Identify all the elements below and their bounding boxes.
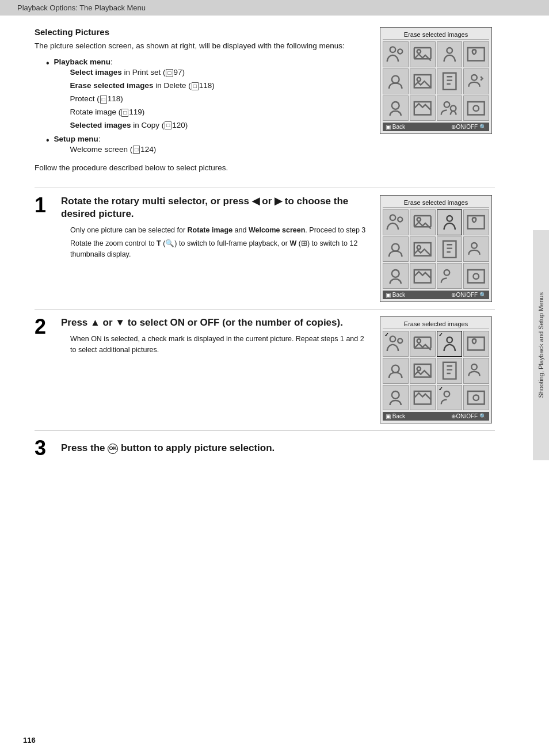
svg-point-8 xyxy=(392,102,399,109)
divider-1 xyxy=(35,309,495,310)
step-1-image: Erase selected images xyxy=(380,195,495,302)
svg-point-1 xyxy=(398,49,402,54)
playback-subitems: Select images in Print set (□97) Erase s… xyxy=(70,66,215,132)
svg-point-13 xyxy=(398,217,402,222)
svg-point-28 xyxy=(392,365,399,373)
screen-bottom-left-top: ▣ Back xyxy=(386,124,405,130)
ref-118a: □ xyxy=(192,82,199,90)
screen-bottom-left-step1: ▣ Back xyxy=(386,292,405,298)
thumb-5 xyxy=(383,68,409,94)
svg-point-6 xyxy=(417,78,421,81)
step-3-row: 3 Press the OK button to apply picture s… xyxy=(35,438,495,459)
thumb-1 xyxy=(383,41,409,67)
screen-bottom-bar-top: ▣ Back ⊕ON/OFF 🔍 xyxy=(383,123,489,131)
bullet-dot-2: • xyxy=(46,135,49,146)
svg-point-0 xyxy=(390,47,396,53)
step-1-b2-text: Rotate the zoom control to T (🔍) to swit… xyxy=(70,238,371,260)
sub-item-3: Protect (□118) xyxy=(70,93,215,106)
s2-thumb-11 xyxy=(437,385,463,411)
s1-thumb-12 xyxy=(463,263,489,289)
svg-point-33 xyxy=(474,395,479,400)
thumb-10 xyxy=(410,96,436,121)
bullet-list: • Playback menu: Select images in Print … xyxy=(46,58,368,156)
divider-2 xyxy=(35,430,495,431)
s1-thumb-8 xyxy=(463,236,489,262)
bullet-playback-content: Playback menu: Select images in Print se… xyxy=(54,58,215,132)
bullet-setup: • Setup menu: Welcome screen (□124) xyxy=(46,135,368,156)
svg-point-15 xyxy=(417,217,421,221)
step-1-bullet-2: Rotate the zoom control to T (🔍) to swit… xyxy=(70,238,371,260)
svg-point-16 xyxy=(447,216,452,222)
thumb-6 xyxy=(410,68,436,94)
svg-point-30 xyxy=(472,364,478,370)
ok-button-icon: OK xyxy=(108,444,118,454)
step-2-b1-text: When ON is selected, a check mark is dis… xyxy=(70,334,371,356)
intro-paragraph: The picture selection screen, as shown a… xyxy=(35,40,368,52)
s2-thumb-8 xyxy=(463,358,489,384)
svg-point-24 xyxy=(398,339,402,343)
s2-thumb-6 xyxy=(410,358,436,384)
s2-thumb-10 xyxy=(410,385,436,411)
screen-bottom-right-top: ⊕ON/OFF 🔍 xyxy=(451,124,486,130)
svg-point-5 xyxy=(392,76,399,83)
bullet-dot-1: • xyxy=(46,58,49,68)
screen-bottom-right-step2: ⊕ON/OFF 🔍 xyxy=(451,413,486,419)
svg-point-27 xyxy=(447,337,452,343)
s1-thumb-1 xyxy=(383,209,409,235)
svg-point-20 xyxy=(392,270,399,277)
svg-point-22 xyxy=(474,273,479,279)
s1-thumb-9 xyxy=(383,263,409,289)
step-1-title: Rotate the rotary multi selector, or pre… xyxy=(61,195,371,220)
bullet-playback: • Playback menu: Select images in Print … xyxy=(46,58,368,132)
step-3-title: Press the OK button to apply picture sel… xyxy=(61,442,274,454)
screen-bottom-right-step1: ⊕ON/OFF 🔍 xyxy=(451,292,486,298)
follow-text: Follow the procedure described below to … xyxy=(35,163,368,172)
step-1-content: Rotate the rotary multi selector, or pre… xyxy=(61,195,371,262)
screen-grid-step1 xyxy=(383,209,489,289)
step-2-number: 2 xyxy=(35,316,52,337)
bullet-setup-content: Setup menu: Welcome screen (□124) xyxy=(54,135,157,156)
s2-thumb-9 xyxy=(383,385,409,411)
sub-item-4: Rotate image (□119) xyxy=(70,106,215,119)
s2-thumb-4 xyxy=(463,331,489,357)
svg-point-26 xyxy=(417,339,421,342)
sidebar-label: Shooting, Playback and Setup Menus xyxy=(533,230,549,460)
page-number: 116 xyxy=(23,736,36,744)
svg-point-32 xyxy=(444,391,449,397)
step-1-number: 1 xyxy=(35,195,52,216)
bold-T: T xyxy=(157,239,161,247)
step-2-content: Press ▲ or ▼ to select ON or OFF (or the… xyxy=(61,316,371,358)
step-2-title: Press ▲ or ▼ to select ON or OFF (or the… xyxy=(61,316,371,329)
playback-menu-label: Playback menu xyxy=(54,58,110,66)
bold-welcome: Welcome screen xyxy=(249,226,305,234)
svg-point-19 xyxy=(472,243,478,249)
ref-118b: □ xyxy=(100,96,107,104)
bold-W: W xyxy=(289,239,296,247)
ref-119: □ xyxy=(121,109,128,117)
s2-thumb-12 xyxy=(463,385,489,411)
s2-thumb-7 xyxy=(437,358,463,384)
main-content: Selecting Pictures The picture selection… xyxy=(0,16,529,470)
s1-thumb-4 xyxy=(463,209,489,235)
top-screen-image: Erase selected images xyxy=(380,27,495,181)
bold-rotate: Rotate image xyxy=(188,226,233,234)
sub-item-1: Select images in Print set (□97) xyxy=(70,66,215,79)
step-2-bullet-1: When ON is selected, a check mark is dis… xyxy=(70,334,371,356)
screen-bottom-step1: ▣ Back ⊕ON/OFF 🔍 xyxy=(383,291,489,299)
setup-menu-label: Setup menu xyxy=(54,135,98,143)
thumb-12 xyxy=(463,96,489,121)
s2-thumb-1 xyxy=(383,331,409,357)
ref-124: □ xyxy=(133,146,140,154)
step-1-bullet-1: Only one picture can be selected for Rot… xyxy=(70,225,371,236)
thumb-4 xyxy=(463,41,489,67)
svg-point-7 xyxy=(472,75,478,81)
svg-point-21 xyxy=(444,270,449,276)
screen-bottom-step2: ▣ Back ⊕ON/OFF 🔍 xyxy=(383,412,489,421)
svg-point-11 xyxy=(474,105,479,111)
screen-title-top: Erase selected images xyxy=(383,30,489,40)
bold-erase-selected: Erase selected images xyxy=(70,81,154,90)
svg-point-23 xyxy=(390,337,396,342)
svg-point-9 xyxy=(444,102,449,108)
thumb-11 xyxy=(437,96,463,121)
s1-thumb-10 xyxy=(410,263,436,289)
